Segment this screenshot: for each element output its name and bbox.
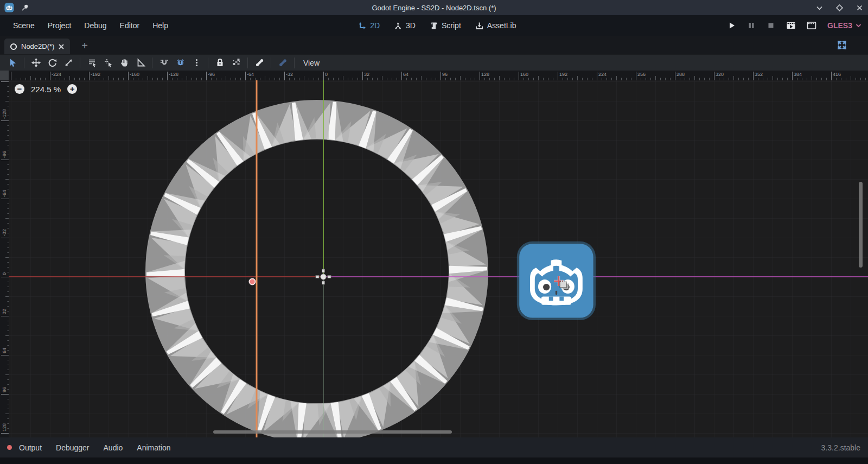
svg-text:96: 96 xyxy=(442,72,448,77)
vertical-scrollbar[interactable] xyxy=(859,182,863,268)
svg-text:-64: -64 xyxy=(247,72,254,77)
download-icon xyxy=(475,22,483,30)
svg-text:32: 32 xyxy=(2,309,7,314)
canvas-toolbar: View xyxy=(0,54,868,71)
svg-text:-96: -96 xyxy=(208,72,215,77)
pause-icon[interactable] xyxy=(747,21,756,30)
grid-snap-toggle[interactable] xyxy=(172,56,188,70)
svg-text:128: 128 xyxy=(481,72,489,77)
transform-2d-icon xyxy=(358,22,366,30)
menu-help[interactable]: Help xyxy=(147,18,174,33)
scene-tabbar: Node2D(*) + xyxy=(0,36,868,54)
svg-text:-224: -224 xyxy=(52,72,61,77)
bottom-tab-debugger[interactable]: Debugger xyxy=(49,441,97,454)
svg-text:0: 0 xyxy=(2,272,7,275)
scene-svg xyxy=(9,80,868,437)
svg-text:288: 288 xyxy=(676,72,685,77)
horizontal-ruler[interactable]: -224-192-160-128-96-64-32032649612816019… xyxy=(9,71,868,80)
lock-object[interactable] xyxy=(212,56,228,70)
tab-label: Node2D(*) xyxy=(21,42,54,50)
ruler-tool[interactable] xyxy=(132,56,149,70)
svg-text:0: 0 xyxy=(325,72,328,77)
view-menu-button[interactable]: View xyxy=(298,57,325,69)
svg-text:192: 192 xyxy=(559,72,567,77)
svg-text:352: 352 xyxy=(755,72,763,77)
svg-text:-32: -32 xyxy=(2,229,7,236)
transform-3d-icon xyxy=(394,22,402,30)
menu-editor[interactable]: Editor xyxy=(114,18,145,33)
minimize-button[interactable] xyxy=(815,4,824,12)
stop-icon[interactable] xyxy=(767,21,775,30)
bottom-tab-output[interactable]: Output xyxy=(12,441,49,454)
shape-control-point[interactable] xyxy=(250,279,256,285)
bone-tool[interactable] xyxy=(251,56,267,70)
svg-text:160: 160 xyxy=(520,72,528,77)
canvas-area[interactable]: − 224.5 % + xyxy=(9,80,868,437)
svg-text:-32: -32 xyxy=(286,72,293,77)
svg-text:256: 256 xyxy=(637,72,646,77)
pin-icon xyxy=(21,3,29,12)
svg-text:-96: -96 xyxy=(2,151,7,158)
skeleton-options[interactable] xyxy=(275,56,291,70)
rotate-tool[interactable] xyxy=(44,56,60,70)
window-titlebar[interactable]: Godot Engine - SS2D - Node2D.tscn (*) xyxy=(0,0,868,15)
close-window-button[interactable] xyxy=(856,4,864,12)
snap-options[interactable] xyxy=(188,56,205,70)
svg-text:320: 320 xyxy=(716,72,724,77)
workspace-script-button[interactable]: Script xyxy=(430,21,461,30)
svg-text:64: 64 xyxy=(2,348,7,353)
zoom-out-button[interactable]: − xyxy=(15,84,24,94)
svg-text:224: 224 xyxy=(598,72,607,77)
workspace-assetlib-button[interactable]: AssetLib xyxy=(475,21,516,30)
vertical-ruler[interactable]: -128-96-64-320326496128 xyxy=(0,80,9,437)
svg-text:-192: -192 xyxy=(91,72,100,77)
svg-text:32: 32 xyxy=(364,72,369,77)
main-menubar: Scene Project Debug Editor Help 2D 3D xyxy=(0,15,868,36)
group-object[interactable] xyxy=(228,56,244,70)
engine-version-label: 3.3.2.stable xyxy=(821,443,860,452)
svg-text:96: 96 xyxy=(2,387,7,392)
zoom-level-label[interactable]: 224.5 % xyxy=(31,85,61,94)
smart-snap-toggle[interactable] xyxy=(156,56,172,70)
godot-logo-icon xyxy=(4,3,14,12)
svg-text:-64: -64 xyxy=(2,190,7,197)
close-icon[interactable] xyxy=(58,43,65,50)
play-icon[interactable] xyxy=(727,21,736,30)
play-custom-scene-icon[interactable] xyxy=(807,21,816,30)
bottom-tab-audio[interactable]: Audio xyxy=(97,441,130,454)
output-unread-dot xyxy=(7,445,12,450)
zoom-in-button[interactable]: + xyxy=(67,84,77,94)
menu-debug[interactable]: Debug xyxy=(79,18,112,33)
horizontal-scrollbar[interactable] xyxy=(213,430,452,434)
move-tool[interactable] xyxy=(28,56,44,70)
menu-scene[interactable]: Scene xyxy=(8,18,40,33)
ruler-corner[interactable] xyxy=(0,71,9,80)
new-scene-tab-button[interactable]: + xyxy=(79,41,90,52)
window-title: Godot Engine - SS2D - Node2D.tscn (*) xyxy=(0,4,868,12)
tab-node2d[interactable]: Node2D(*) xyxy=(4,39,70,54)
bottom-strip xyxy=(0,457,868,464)
maximize-button[interactable] xyxy=(835,4,844,12)
bottom-tab-animation[interactable]: Animation xyxy=(130,441,177,454)
svg-text:-128: -128 xyxy=(169,72,178,77)
list-select-tool[interactable] xyxy=(84,56,100,70)
play-scene-icon[interactable] xyxy=(786,21,796,30)
scale-tool[interactable] xyxy=(60,56,76,70)
pivot-tool[interactable] xyxy=(100,56,116,70)
svg-text:128: 128 xyxy=(2,423,7,431)
svg-text:-160: -160 xyxy=(130,72,139,77)
node2d-circle-icon xyxy=(10,43,17,50)
select-tool[interactable] xyxy=(4,56,21,70)
2d-viewport: -224-192-160-128-96-64-32032649612816019… xyxy=(0,71,868,437)
svg-text:64: 64 xyxy=(403,72,409,77)
video-driver-select[interactable]: GLES3 xyxy=(827,21,861,30)
workspace-3d-button[interactable]: 3D xyxy=(394,21,416,30)
pan-tool[interactable] xyxy=(116,56,132,70)
expand-fullscreen-icon[interactable] xyxy=(837,40,847,50)
workspace-2d-button[interactable]: 2D xyxy=(358,21,380,30)
script-icon xyxy=(430,22,438,30)
zoom-controls: − 224.5 % + xyxy=(15,84,77,94)
menu-project[interactable]: Project xyxy=(42,18,77,33)
chevron-down-icon xyxy=(856,23,861,28)
svg-text:416: 416 xyxy=(833,72,841,77)
